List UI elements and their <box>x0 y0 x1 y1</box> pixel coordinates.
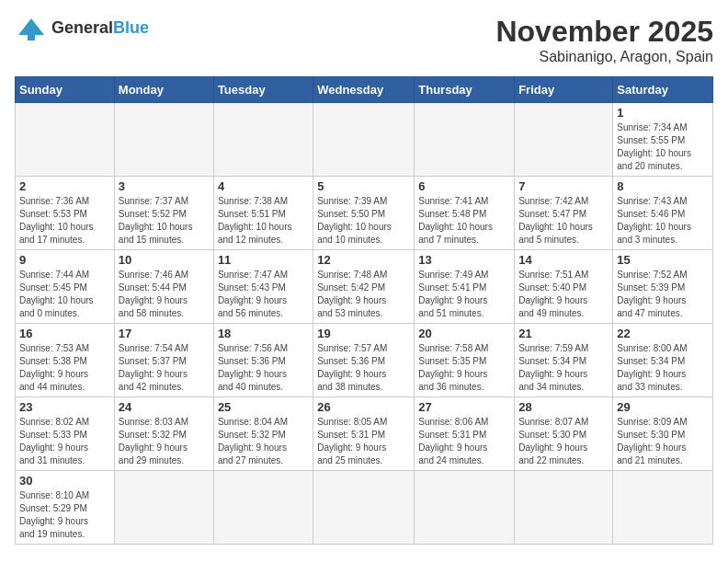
empty-cell <box>213 471 313 545</box>
weekday-header-row: Sunday Monday Tuesday Wednesday Thursday… <box>16 77 713 103</box>
header-tuesday: Tuesday <box>213 77 313 103</box>
logo-icon <box>15 15 48 40</box>
empty-cell <box>114 471 213 545</box>
header-sunday: Sunday <box>16 77 115 103</box>
calendar-row-3: 9 Sunrise: 7:44 AMSunset: 5:45 PMDayligh… <box>16 250 713 324</box>
svg-rect-2 <box>28 28 35 40</box>
header-monday: Monday <box>114 77 213 103</box>
logo: GeneralBlue <box>15 15 149 40</box>
day-23: 23 Sunrise: 8:02 AMSunset: 5:33 PMDaylig… <box>16 397 115 471</box>
empty-cell <box>515 471 613 545</box>
calendar-row-2: 2 Sunrise: 7:36 AMSunset: 5:53 PMDayligh… <box>16 177 713 250</box>
day-13: 13 Sunrise: 7:49 AMSunset: 5:41 PMDaylig… <box>415 250 515 324</box>
day-24: 24 Sunrise: 8:03 AMSunset: 5:32 PMDaylig… <box>114 397 213 471</box>
empty-cell <box>415 103 515 177</box>
calendar-row-1: 1 Sunrise: 7:34 AM Sunset: 5:55 PM Dayli… <box>16 103 713 177</box>
day-7: 7 Sunrise: 7:42 AMSunset: 5:47 PMDayligh… <box>515 177 613 250</box>
empty-cell <box>613 471 713 545</box>
calendar-title: November 2025 <box>495 15 713 49</box>
day-16: 16 Sunrise: 7:53 AMSunset: 5:38 PMDaylig… <box>16 324 115 397</box>
calendar-row-6: 30 Sunrise: 8:10 AMSunset: 5:29 PMDaylig… <box>16 471 713 545</box>
day-18: 18 Sunrise: 7:56 AMSunset: 5:36 PMDaylig… <box>213 324 313 397</box>
day-11: 11 Sunrise: 7:47 AMSunset: 5:43 PMDaylig… <box>213 250 313 324</box>
day-6: 6 Sunrise: 7:41 AMSunset: 5:48 PMDayligh… <box>415 177 515 250</box>
day-26: 26 Sunrise: 8:05 AMSunset: 5:31 PMDaylig… <box>313 397 415 471</box>
day-9: 9 Sunrise: 7:44 AMSunset: 5:45 PMDayligh… <box>16 250 115 324</box>
header-thursday: Thursday <box>415 77 515 103</box>
day-22: 22 Sunrise: 8:00 AMSunset: 5:34 PMDaylig… <box>613 324 713 397</box>
day-2: 2 Sunrise: 7:36 AMSunset: 5:53 PMDayligh… <box>16 177 115 250</box>
day-15: 15 Sunrise: 7:52 AMSunset: 5:39 PMDaylig… <box>613 250 713 324</box>
day-10: 10 Sunrise: 7:46 AMSunset: 5:44 PMDaylig… <box>114 250 213 324</box>
day-28: 28 Sunrise: 8:07 AMSunset: 5:30 PMDaylig… <box>515 397 613 471</box>
day-14: 14 Sunrise: 7:51 AMSunset: 5:40 PMDaylig… <box>515 250 613 324</box>
calendar-table: Sunday Monday Tuesday Wednesday Thursday… <box>15 76 713 545</box>
empty-cell <box>415 471 515 545</box>
title-block: November 2025 Sabinanigo, Aragon, Spain <box>495 15 713 65</box>
calendar-row-5: 23 Sunrise: 8:02 AMSunset: 5:33 PMDaylig… <box>16 397 713 471</box>
day-19: 19 Sunrise: 7:57 AMSunset: 5:36 PMDaylig… <box>313 324 415 397</box>
page-header: GeneralBlue November 2025 Sabinanigo, Ar… <box>15 15 713 65</box>
day-12: 12 Sunrise: 7:48 AMSunset: 5:42 PMDaylig… <box>313 250 415 324</box>
header-saturday: Saturday <box>613 77 713 103</box>
day-4: 4 Sunrise: 7:38 AMSunset: 5:51 PMDayligh… <box>213 177 313 250</box>
calendar-row-4: 16 Sunrise: 7:53 AMSunset: 5:38 PMDaylig… <box>16 324 713 397</box>
empty-cell <box>313 103 415 177</box>
calendar-subtitle: Sabinanigo, Aragon, Spain <box>495 49 713 65</box>
empty-cell <box>213 103 313 177</box>
header-wednesday: Wednesday <box>313 77 415 103</box>
empty-cell <box>313 471 415 545</box>
day-3: 3 Sunrise: 7:37 AMSunset: 5:52 PMDayligh… <box>114 177 213 250</box>
logo-text: GeneralBlue <box>51 18 149 38</box>
day-27: 27 Sunrise: 8:06 AMSunset: 5:31 PMDaylig… <box>415 397 515 471</box>
header-friday: Friday <box>515 77 613 103</box>
day-20: 20 Sunrise: 7:58 AMSunset: 5:35 PMDaylig… <box>415 324 515 397</box>
day-8: 8 Sunrise: 7:43 AMSunset: 5:46 PMDayligh… <box>613 177 713 250</box>
day-1: 1 Sunrise: 7:34 AM Sunset: 5:55 PM Dayli… <box>613 103 713 177</box>
empty-cell <box>114 103 213 177</box>
empty-cell <box>16 103 115 177</box>
day-25: 25 Sunrise: 8:04 AMSunset: 5:32 PMDaylig… <box>213 397 313 471</box>
day-17: 17 Sunrise: 7:54 AMSunset: 5:37 PMDaylig… <box>114 324 213 397</box>
day-29: 29 Sunrise: 8:09 AMSunset: 5:30 PMDaylig… <box>613 397 713 471</box>
empty-cell <box>515 103 613 177</box>
day-21: 21 Sunrise: 7:59 AMSunset: 5:34 PMDaylig… <box>515 324 613 397</box>
day-30: 30 Sunrise: 8:10 AMSunset: 5:29 PMDaylig… <box>16 471 115 545</box>
day-5: 5 Sunrise: 7:39 AMSunset: 5:50 PMDayligh… <box>313 177 415 250</box>
